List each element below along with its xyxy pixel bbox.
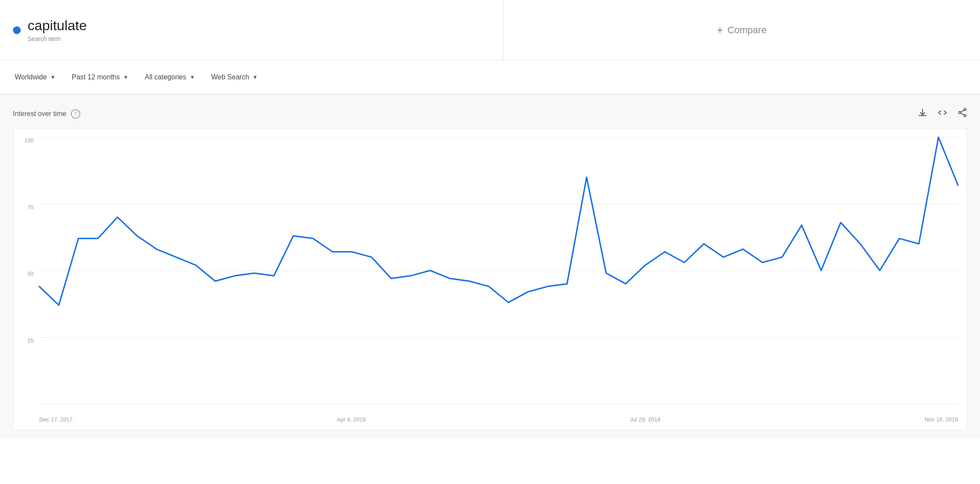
chart-header: Interest over time ? bbox=[13, 108, 967, 119]
x-label-dec: Dec 17, 2017 bbox=[39, 416, 73, 423]
svg-point-2 bbox=[959, 112, 961, 114]
search-term-label: Search term bbox=[28, 35, 87, 42]
chart-actions bbox=[918, 108, 967, 119]
chart-title: Interest over time bbox=[13, 110, 66, 118]
time-range-filter-label: Past 12 months bbox=[72, 73, 120, 81]
location-filter-arrow: ▼ bbox=[50, 74, 55, 80]
category-filter[interactable]: All categories ▼ bbox=[143, 71, 196, 84]
time-range-filter-arrow: ▼ bbox=[123, 74, 128, 80]
search-term-name: capitulate bbox=[28, 18, 87, 34]
svg-point-0 bbox=[964, 109, 966, 111]
compare-plus-icon: + bbox=[717, 23, 723, 37]
x-label-nov: Nov 18, 2018 bbox=[925, 416, 958, 423]
chart-title-area: Interest over time ? bbox=[13, 109, 80, 119]
compare-label: Compare bbox=[727, 25, 766, 36]
header: capitulate Search term + Compare bbox=[0, 0, 980, 60]
search-type-filter-arrow: ▼ bbox=[253, 74, 258, 80]
grid-line-0 bbox=[39, 404, 958, 404]
y-label-50: 50 bbox=[13, 270, 37, 277]
compare-button[interactable]: + Compare bbox=[503, 23, 980, 37]
location-filter[interactable]: Worldwide ▼ bbox=[13, 71, 57, 84]
help-icon[interactable]: ? bbox=[71, 109, 80, 119]
search-type-filter-label: Web Search bbox=[211, 73, 249, 81]
search-dot bbox=[13, 26, 21, 34]
search-term-area: capitulate Search term bbox=[0, 0, 503, 60]
y-label-100: 100 bbox=[13, 137, 37, 144]
time-range-filter[interactable]: Past 12 months ▼ bbox=[70, 71, 130, 84]
x-label-jul: Jul 29, 2018 bbox=[630, 416, 661, 423]
trend-line-chart bbox=[39, 137, 958, 404]
filters-section: Worldwide ▼ Past 12 months ▼ All categor… bbox=[0, 60, 980, 95]
y-axis-labels: 100 75 50 25 bbox=[13, 137, 37, 404]
y-label-75: 75 bbox=[13, 204, 37, 211]
category-filter-label: All categories bbox=[145, 73, 186, 81]
svg-point-1 bbox=[964, 115, 966, 117]
category-filter-arrow: ▼ bbox=[190, 74, 195, 80]
embed-button[interactable] bbox=[938, 108, 947, 119]
share-button[interactable] bbox=[958, 108, 967, 119]
location-filter-label: Worldwide bbox=[15, 73, 47, 81]
y-label-25: 25 bbox=[13, 337, 37, 344]
x-axis-labels: Dec 17, 2017 Apr 8, 2018 Jul 29, 2018 No… bbox=[39, 416, 958, 423]
download-button[interactable] bbox=[918, 108, 927, 119]
term-text-block: capitulate Search term bbox=[28, 18, 87, 42]
chart-container: 100 75 50 25 Dec 17, 2017 Apr 8, 2018 Ju… bbox=[13, 128, 967, 430]
search-type-filter[interactable]: Web Search ▼ bbox=[209, 71, 259, 84]
chart-section: Interest over time ? bbox=[0, 95, 980, 439]
x-label-apr: Apr 8, 2018 bbox=[337, 416, 366, 423]
chart-inner bbox=[39, 137, 958, 404]
